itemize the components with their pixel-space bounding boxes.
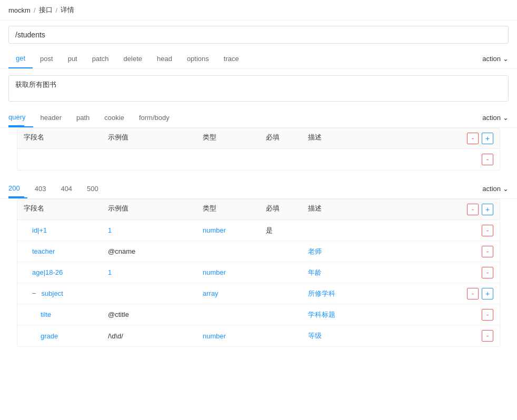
row-desc-age: 年龄: [308, 268, 451, 277]
method-post[interactable]: post: [33, 49, 61, 68]
col-type: 类型: [203, 133, 266, 144]
method-put[interactable]: put: [61, 49, 85, 68]
row-field-age: age|18-26: [24, 268, 108, 276]
row-age-actions: -: [451, 267, 493, 278]
params-tabs: query header path cookie form/body actio…: [0, 108, 517, 128]
table-row: id|+1 1 number 是 -: [17, 220, 500, 241]
row-id-actions: -: [451, 225, 493, 236]
table-row: grade /\d\d/ number 等级 -: [17, 325, 500, 346]
response-table-wrapper: 字段名 示例值 类型 必填 描述 - + id|+1 1 number 是 - …: [8, 199, 509, 347]
response-tabs: 200 403 404 500 action ⌄: [0, 179, 517, 199]
row-desc-grade: 等级: [308, 331, 451, 341]
row-tilte-remove-button[interactable]: -: [482, 309, 493, 321]
response-add-button[interactable]: +: [482, 204, 493, 215]
row-subject-remove-button[interactable]: -: [467, 288, 479, 299]
tab-query[interactable]: query: [8, 108, 33, 127]
params-action[interactable]: action ⌄: [482, 114, 509, 122]
tab-404[interactable]: 404: [53, 179, 79, 198]
method-delete[interactable]: delete: [116, 49, 150, 68]
response-header-actions: - +: [451, 204, 493, 215]
empty-row-actions: -: [451, 154, 493, 165]
row-subject-actions: - +: [451, 288, 493, 299]
response-table-header: 字段名 示例值 类型 必填 描述 - +: [17, 199, 500, 220]
tab-403[interactable]: 403: [27, 179, 54, 198]
table-row: − subject array 所修学科 - +: [17, 283, 500, 304]
method-trace[interactable]: trace: [216, 49, 246, 68]
breadcrumb-root[interactable]: mockm: [8, 6, 31, 14]
row-field-id: id|+1: [24, 226, 108, 234]
response-action-chevron-icon: ⌄: [503, 185, 509, 193]
col-required: 必填: [266, 133, 308, 144]
tab-200[interactable]: 200: [8, 179, 27, 198]
breadcrumb: mockm / 接口 / 详情: [0, 0, 517, 21]
params-table: 字段名 示例值 类型 必填 描述 - + -: [17, 128, 500, 171]
method-patch[interactable]: patch: [85, 49, 116, 68]
table-row: age|18-26 1 number 年龄 -: [17, 262, 500, 283]
table-row: teacher @cname 老师 -: [17, 241, 500, 262]
row-age-remove-button[interactable]: -: [482, 267, 493, 278]
subject-label: subject: [42, 289, 63, 297]
empty-remove-button[interactable]: -: [482, 154, 493, 165]
params-empty-row: -: [17, 149, 500, 170]
tab-path[interactable]: path: [69, 108, 97, 127]
row-field-tilte: tilte: [24, 311, 108, 318]
resp-col-fieldname: 字段名: [24, 204, 108, 215]
row-required-id: 是: [266, 226, 308, 235]
row-example-grade: /\d\d/: [108, 332, 203, 340]
row-example-tilte: @ctitle: [108, 311, 203, 318]
tab-header[interactable]: header: [33, 108, 69, 127]
params-action-chevron-icon: ⌄: [503, 114, 509, 122]
row-type-subject: array: [203, 289, 266, 297]
row-desc-subject: 所修学科: [308, 289, 451, 298]
breadcrumb-sep2: /: [56, 6, 58, 14]
row-teacher-actions: -: [451, 246, 493, 257]
params-table-wrapper: 字段名 示例值 类型 必填 描述 - + -: [8, 128, 509, 171]
resp-col-example: 示例值: [108, 204, 203, 215]
row-tilte-actions: -: [451, 309, 493, 321]
resp-col-type: 类型: [203, 204, 266, 215]
tab-500[interactable]: 500: [79, 179, 106, 198]
params-remove-button[interactable]: -: [467, 133, 479, 144]
col-example: 示例值: [108, 133, 203, 144]
row-desc-teacher: 老师: [308, 247, 451, 256]
resp-col-required: 必填: [266, 204, 308, 215]
response-action-label: action: [482, 185, 501, 193]
url-bar[interactable]: /students: [8, 26, 509, 44]
row-grade-actions: -: [451, 330, 493, 342]
params-action-label: action: [482, 114, 501, 122]
method-options[interactable]: options: [180, 49, 216, 68]
http-methods-action[interactable]: action ⌄: [482, 49, 509, 68]
tab-form-body[interactable]: form/body: [132, 108, 177, 127]
action-chevron-icon: ⌄: [503, 55, 509, 63]
params-header-actions: - +: [451, 133, 493, 144]
breadcrumb-current: 详情: [61, 5, 74, 15]
row-example-id: 1: [108, 226, 203, 234]
breadcrumb-sep1: /: [34, 6, 36, 14]
params-table-header: 字段名 示例值 类型 必填 描述 - +: [17, 128, 500, 149]
description-box[interactable]: 获取所有图书: [8, 75, 509, 102]
method-get[interactable]: get: [8, 49, 33, 68]
col-desc: 描述: [308, 133, 451, 144]
tab-cookie[interactable]: cookie: [97, 108, 132, 127]
response-table: 字段名 示例值 类型 必填 描述 - + id|+1 1 number 是 - …: [17, 199, 500, 347]
table-row: tilte @ctitle 学科标题 -: [17, 304, 500, 325]
params-add-button[interactable]: +: [482, 133, 493, 144]
row-grade-remove-button[interactable]: -: [482, 330, 493, 342]
response-remove-button[interactable]: -: [467, 204, 479, 215]
action-label: action: [482, 55, 501, 63]
row-teacher-remove-button[interactable]: -: [482, 246, 493, 257]
breadcrumb-part1[interactable]: 接口: [39, 5, 53, 15]
row-field-grade: grade: [24, 332, 108, 340]
resp-col-desc: 描述: [308, 204, 451, 215]
row-subject-add-button[interactable]: +: [482, 288, 493, 299]
row-desc-tilte: 学科标题: [308, 310, 451, 319]
collapse-icon[interactable]: −: [32, 289, 36, 297]
response-action[interactable]: action ⌄: [482, 185, 509, 193]
method-head[interactable]: head: [150, 49, 180, 68]
row-field-subject: − subject: [24, 289, 108, 297]
row-id-remove-button[interactable]: -: [482, 225, 493, 236]
row-example-teacher: @cname: [108, 247, 203, 255]
row-type-id: number: [203, 226, 266, 234]
row-type-grade: number: [203, 332, 266, 340]
http-methods-bar: get post put patch delete head options t…: [0, 49, 517, 69]
